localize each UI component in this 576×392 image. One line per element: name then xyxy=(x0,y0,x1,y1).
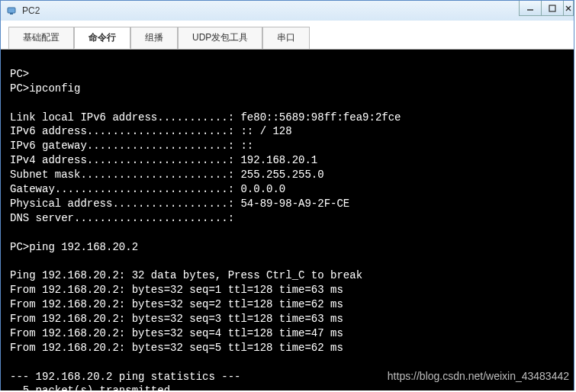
titlebar[interactable]: PC2 xyxy=(1,1,574,21)
app-window: PC2 基础配置 命令行 组播 UDP发包工具 串口 PC> PC>ipconf… xyxy=(0,0,574,390)
close-button[interactable] xyxy=(563,1,574,16)
terminal-output[interactable]: PC> PC>ipconfig Link local IPv6 address.… xyxy=(1,49,574,390)
minimize-button[interactable] xyxy=(519,1,542,16)
tab-serial[interactable]: 串口 xyxy=(262,27,310,49)
tab-label: 基础配置 xyxy=(23,32,60,43)
tab-label: 命令行 xyxy=(88,32,116,43)
app-icon xyxy=(5,5,18,17)
tab-command-line[interactable]: 命令行 xyxy=(74,27,130,49)
tabbar: 基础配置 命令行 组播 UDP发包工具 串口 xyxy=(1,21,574,49)
tab-label: UDP发包工具 xyxy=(192,32,248,43)
svg-rect-0 xyxy=(8,8,15,13)
tab-label: 组播 xyxy=(145,32,163,43)
tab-udp-tool[interactable]: UDP发包工具 xyxy=(178,27,262,49)
window-title: PC2 xyxy=(22,5,40,16)
window-controls xyxy=(520,1,574,16)
svg-rect-3 xyxy=(549,5,555,11)
maximize-button[interactable] xyxy=(541,1,564,16)
tab-multicast[interactable]: 组播 xyxy=(130,27,178,49)
svg-rect-1 xyxy=(10,13,13,14)
tab-basic-config[interactable]: 基础配置 xyxy=(8,27,74,49)
tab-label: 串口 xyxy=(277,32,295,43)
